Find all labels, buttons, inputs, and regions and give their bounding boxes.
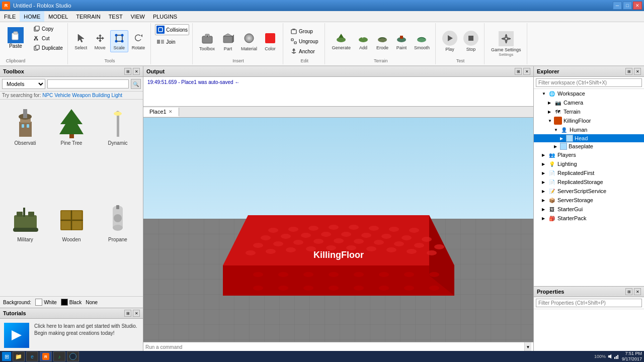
category-npc[interactable]: NPC bbox=[42, 93, 53, 98]
properties-pin-button[interactable]: ⊞ bbox=[625, 288, 632, 295]
taskbar-roblox[interactable]: R bbox=[40, 351, 52, 361]
tree-arrow-serverscriptservice[interactable]: ▶ bbox=[542, 189, 548, 194]
toolbox-pin-button[interactable]: ⊞ bbox=[124, 68, 131, 75]
start-button[interactable]: ⊞ bbox=[2, 352, 11, 361]
tree-item-workspace[interactable]: ▼ 🌐 Workspace bbox=[534, 89, 644, 98]
part-button[interactable]: Part bbox=[218, 29, 237, 53]
ungroup-button[interactable]: Ungroup bbox=[287, 37, 321, 46]
model-observatory[interactable]: Observati bbox=[3, 103, 47, 197]
paste-button[interactable]: Paste bbox=[3, 24, 28, 51]
minimize-button[interactable]: ─ bbox=[613, 2, 622, 10]
play-button[interactable]: Play bbox=[440, 29, 460, 54]
tree-arrow-replicatedstorage[interactable]: ▶ bbox=[542, 180, 548, 185]
paint-terrain-button[interactable]: Paint bbox=[392, 30, 411, 52]
category-vehicle[interactable]: Vehicle bbox=[54, 93, 70, 98]
tree-item-killingfloor[interactable]: ▼ KillingFloor bbox=[534, 116, 644, 125]
tree-item-terrain[interactable]: ▶ 🗺 Terrain bbox=[534, 107, 644, 116]
tree-item-startergui[interactable]: ▶ 🖼 StarterGui bbox=[534, 205, 644, 214]
model-pine-tree[interactable]: Pine Tree bbox=[49, 103, 94, 197]
toolbox-category-dropdown[interactable]: Models bbox=[2, 79, 45, 89]
tree-arrow-baseplate[interactable]: ▶ bbox=[554, 144, 560, 149]
move-button[interactable]: Move bbox=[91, 30, 109, 52]
collisions-button[interactable]: Collisions bbox=[155, 24, 189, 35]
menu-terrain[interactable]: TERRAIN bbox=[72, 11, 104, 22]
viewport-tab-place1[interactable]: Place1 ✕ bbox=[143, 108, 179, 117]
menu-test[interactable]: TEST bbox=[105, 11, 127, 22]
output-close-button[interactable]: ✕ bbox=[523, 68, 530, 75]
close-button[interactable]: ✕ bbox=[633, 2, 642, 10]
tree-arrow-head[interactable]: ▶ bbox=[560, 136, 566, 141]
explorer-filter-input[interactable] bbox=[536, 78, 642, 87]
properties-close-button[interactable]: ✕ bbox=[634, 288, 641, 295]
menu-plugins[interactable]: PLUGINS bbox=[149, 11, 181, 22]
properties-filter-input[interactable] bbox=[536, 299, 642, 307]
tree-item-players[interactable]: ▶ 👥 Players bbox=[534, 150, 644, 159]
anchor-button[interactable]: Anchor bbox=[287, 47, 321, 56]
erode-button[interactable]: Erode bbox=[373, 30, 391, 52]
tree-item-serverscriptservice[interactable]: ▶ 📝 ServerScriptService bbox=[534, 187, 644, 196]
toolbox-search-button[interactable]: 🔍 bbox=[131, 79, 141, 89]
explorer-close-button[interactable]: ✕ bbox=[634, 68, 641, 75]
rotate-button[interactable]: Rotate bbox=[129, 30, 148, 52]
tutorial-item[interactable]: Click here to learn and get started with… bbox=[0, 319, 143, 352]
tree-arrow-human[interactable]: ▼ bbox=[554, 128, 560, 132]
material-button[interactable]: Material bbox=[238, 29, 260, 53]
maximize-button[interactable]: □ bbox=[623, 2, 632, 10]
tree-arrow-players[interactable]: ▶ bbox=[542, 153, 548, 157]
menu-view[interactable]: VIEW bbox=[127, 11, 149, 22]
color-button[interactable]: Color bbox=[261, 29, 280, 53]
tutorials-pin-button[interactable]: ⊞ bbox=[124, 310, 131, 317]
tree-item-replicatedfirst[interactable]: ▶ 📄 ReplicatedFirst bbox=[534, 168, 644, 177]
tree-item-starterpack[interactable]: ▶ 🎒 StarterPack bbox=[534, 214, 644, 223]
toolbox-button[interactable]: Toolbox bbox=[197, 29, 217, 53]
select-button[interactable]: Select bbox=[72, 30, 90, 52]
taskbar-file-explorer[interactable]: 📁 bbox=[13, 351, 25, 361]
stop-button[interactable]: Stop bbox=[461, 29, 481, 54]
taskbar-edge[interactable]: e bbox=[26, 351, 38, 361]
add-terrain-button[interactable]: + Add bbox=[354, 30, 372, 52]
tree-arrow-replicatedfirst[interactable]: ▶ bbox=[542, 171, 548, 175]
toolbox-search-input[interactable] bbox=[47, 79, 129, 88]
menu-model[interactable]: MODEL bbox=[44, 11, 72, 22]
model-military[interactable]: Military bbox=[3, 199, 47, 294]
tree-arrow-killingfloor[interactable]: ▼ bbox=[548, 119, 554, 123]
toolbox-close-button[interactable]: ✕ bbox=[133, 68, 140, 75]
tree-arrow-lighting[interactable]: ▶ bbox=[542, 162, 548, 166]
tree-item-serverstorage[interactable]: ▶ 📦 ServerStorage bbox=[534, 196, 644, 205]
tree-item-camera[interactable]: ▶ 📷 Camera bbox=[534, 98, 644, 107]
category-weapon[interactable]: Weapon bbox=[72, 93, 91, 98]
tree-item-human[interactable]: ▼ 👤 Human bbox=[534, 125, 644, 134]
tree-arrow-startergui[interactable]: ▶ bbox=[542, 207, 548, 212]
bg-none-option[interactable]: None bbox=[86, 300, 98, 305]
tree-arrow-terrain[interactable]: ▶ bbox=[548, 110, 554, 114]
smooth-button[interactable]: Smooth bbox=[412, 30, 432, 52]
bg-white-option[interactable]: White bbox=[35, 299, 57, 306]
copy-button[interactable]: Copy bbox=[30, 24, 66, 33]
tree-arrow-serverstorage[interactable]: ▶ bbox=[542, 198, 548, 203]
duplicate-button[interactable]: Duplicate bbox=[30, 43, 66, 52]
menu-home[interactable]: HOME bbox=[20, 11, 44, 22]
game-settings-button[interactable]: Game Settings Settings bbox=[489, 29, 524, 59]
category-light[interactable]: Light bbox=[111, 93, 122, 98]
model-wooden[interactable]: Wooden bbox=[49, 199, 94, 294]
scale-button[interactable]: Scale bbox=[110, 30, 128, 52]
tree-item-head[interactable]: ▶ Head bbox=[534, 134, 644, 142]
tree-arrow-workspace[interactable]: ▼ bbox=[542, 92, 548, 96]
generate-button[interactable]: Generate bbox=[329, 30, 353, 52]
taskbar-spotify[interactable]: ♪ bbox=[53, 351, 65, 361]
tree-item-replicatedstorage[interactable]: ▶ 📄 ReplicatedStorage bbox=[534, 177, 644, 187]
viewport-tab-close[interactable]: ✕ bbox=[169, 109, 173, 114]
viewport[interactable]: Place1 ✕ bbox=[143, 107, 533, 342]
tree-item-baseplate[interactable]: ▶ Baseplate bbox=[534, 142, 644, 150]
tree-item-lighting[interactable]: ▶ 💡 Lighting bbox=[534, 159, 644, 168]
model-propane[interactable]: Propane bbox=[96, 199, 140, 294]
model-dynamic[interactable]: Dynamic bbox=[96, 103, 140, 197]
tree-arrow-camera[interactable]: ▶ bbox=[548, 101, 554, 105]
tutorials-close-button[interactable]: ✕ bbox=[133, 310, 140, 317]
cut-button[interactable]: Cut bbox=[30, 34, 66, 43]
tree-arrow-starterpack[interactable]: ▶ bbox=[542, 216, 548, 221]
bg-black-option[interactable]: Black bbox=[61, 299, 82, 306]
taskbar-steam[interactable] bbox=[67, 351, 79, 361]
category-building[interactable]: Building bbox=[92, 93, 110, 98]
group-button[interactable]: Group bbox=[287, 27, 321, 36]
